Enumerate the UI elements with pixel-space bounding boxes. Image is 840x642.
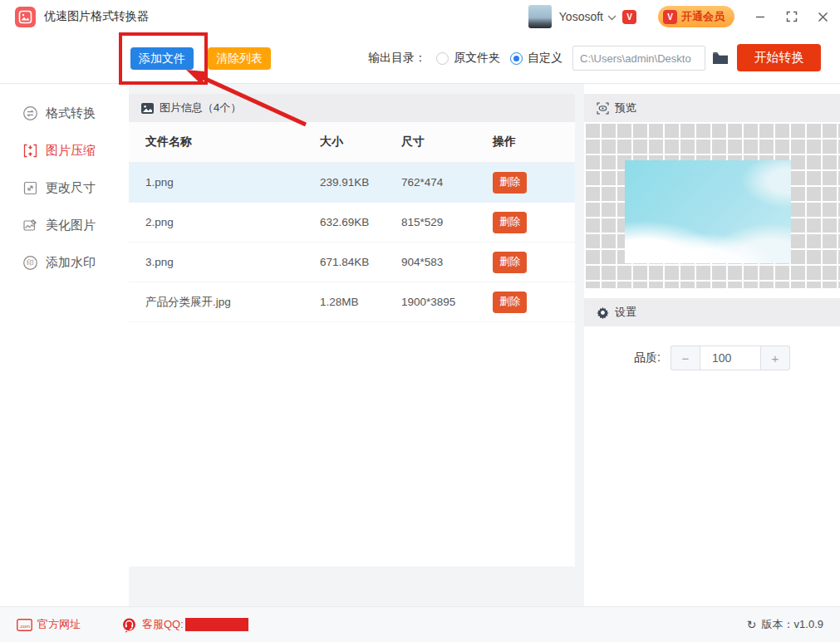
sidebar-item-label: 美化图片 xyxy=(46,218,96,233)
headset-icon xyxy=(121,617,137,633)
table-row[interactable]: 2.png 632.69KB 815*529 删除 xyxy=(129,203,575,243)
transparency-checkerboard xyxy=(584,122,840,288)
file-size-cell: 1.28MB xyxy=(320,296,401,308)
website-com-icon: .com xyxy=(17,619,32,631)
quality-minus-button[interactable]: − xyxy=(671,346,700,370)
file-dimensions-cell: 762*474 xyxy=(401,176,493,189)
picture-info-icon xyxy=(141,103,154,114)
sidebar-item-label: 格式转换 xyxy=(46,105,96,121)
quality-plus-button[interactable]: + xyxy=(761,346,790,370)
add-files-button[interactable]: 添加文件 xyxy=(130,47,194,70)
table-header-row: 文件名称 大小 尺寸 操作 xyxy=(129,122,575,163)
settings-section-header: 设置 xyxy=(584,298,840,326)
resize-icon xyxy=(22,180,38,196)
qq-label: 客服QQ: xyxy=(142,617,184,632)
file-size-cell: 239.91KB xyxy=(320,176,401,189)
file-name-cell: 1.png xyxy=(129,176,320,189)
svg-text:.com: .com xyxy=(19,624,30,629)
file-name-cell: 3.png xyxy=(129,256,320,268)
sidebar-item-watermark[interactable]: 印 添加水印 xyxy=(0,244,129,282)
sidebar: 格式转换 图片压缩 更改尺寸 美化图片 印 添加水印 xyxy=(0,84,129,606)
col-header-dimensions: 尺寸 xyxy=(401,135,493,149)
file-dimensions-cell: 904*583 xyxy=(401,256,493,268)
col-header-size: 大小 xyxy=(320,135,401,149)
start-convert-button[interactable]: 开始转换 xyxy=(737,44,821,71)
quality-label: 品质: xyxy=(634,350,661,365)
radio-original-folder[interactable] xyxy=(436,52,449,65)
image-compress-icon xyxy=(22,143,38,159)
file-table-card: 图片信息（4个） 文件名称 大小 尺寸 操作 1.png 239.91KB 76… xyxy=(129,94,575,566)
radio-custom-label[interactable]: 自定义 xyxy=(528,51,562,66)
sidebar-item-resize[interactable]: 更改尺寸 xyxy=(0,169,129,207)
radio-original-label[interactable]: 原文件夹 xyxy=(454,51,500,66)
preview-section-title: 预览 xyxy=(615,100,636,115)
vip-pill-icon: V xyxy=(663,10,677,24)
right-panel: 预览 设置 品质: − + xyxy=(584,84,840,606)
sidebar-item-label: 添加水印 xyxy=(46,255,96,271)
file-size-cell: 632.69KB xyxy=(320,216,401,228)
output-dir-label: 输出目录： xyxy=(368,51,426,66)
official-site-link[interactable]: .com 官方网址 xyxy=(17,617,81,632)
radio-custom-folder[interactable] xyxy=(510,52,523,65)
version-label: 版本：v1.0.9 xyxy=(762,617,823,632)
format-convert-icon xyxy=(22,105,38,121)
account-name[interactable]: Yososoft xyxy=(559,10,603,23)
svg-text:印: 印 xyxy=(27,258,34,267)
output-dir-group: 输出目录： 原文件夹 自定义 xyxy=(368,43,729,73)
maximize-button[interactable] xyxy=(786,11,798,22)
watermark-icon: 印 xyxy=(22,255,38,271)
table-row[interactable]: 产品分类展开.jpg 1.28MB 1900*3895 删除 xyxy=(129,282,575,322)
minimize-button[interactable] xyxy=(754,11,766,22)
browse-folder-icon[interactable] xyxy=(712,51,729,65)
file-dimensions-cell: 1900*3895 xyxy=(401,296,493,308)
output-path-input[interactable] xyxy=(572,46,705,71)
file-name-cell: 2.png xyxy=(129,216,320,228)
delete-button[interactable]: 删除 xyxy=(493,172,527,194)
file-dimensions-cell: 815*529 xyxy=(401,216,493,228)
sidebar-item-beautify[interactable]: 美化图片 xyxy=(0,207,129,244)
table-section-header: 图片信息（4个） xyxy=(129,94,575,122)
vip-badge-icon: V xyxy=(622,10,636,24)
sidebar-item-image-compress[interactable]: 图片压缩 xyxy=(0,132,129,169)
table-row[interactable]: 3.png 671.84KB 904*583 删除 xyxy=(129,243,575,282)
close-button[interactable] xyxy=(818,12,828,22)
file-name-cell: 产品分类展开.jpg xyxy=(129,295,320,310)
quality-stepper: − + xyxy=(671,346,790,370)
col-header-action: 操作 xyxy=(493,135,575,149)
app-logo-icon xyxy=(15,7,36,27)
vip-pill-label: 开通会员 xyxy=(681,9,725,24)
app-title: 优速图片格式转换器 xyxy=(44,9,149,24)
delete-button[interactable]: 删除 xyxy=(493,212,527,233)
footer: .com 官方网址 客服QQ: ↻ 版本：v1.0.9 xyxy=(0,606,840,642)
qq-number-redacted xyxy=(185,618,248,631)
preview-image xyxy=(625,160,791,263)
table-row[interactable]: 1.png 239.91KB 762*474 删除 xyxy=(129,163,575,203)
delete-button[interactable]: 删除 xyxy=(493,252,527,273)
version-check[interactable]: ↻ 版本：v1.0.9 xyxy=(747,617,823,632)
quality-setting-row: 品质: − + xyxy=(584,346,840,370)
sidebar-item-label: 图片压缩 xyxy=(46,143,96,159)
preview-section-header: 预览 xyxy=(584,94,840,122)
quality-input[interactable] xyxy=(700,346,761,370)
file-size-cell: 671.84KB xyxy=(320,256,401,268)
clear-list-button[interactable]: 清除列表 xyxy=(208,47,271,70)
delete-button[interactable]: 删除 xyxy=(493,292,527,313)
gear-icon xyxy=(597,306,609,319)
sidebar-item-label: 更改尺寸 xyxy=(46,180,96,196)
table-section-title: 图片信息（4个） xyxy=(160,100,241,115)
official-site-label: 官方网址 xyxy=(37,617,81,632)
refresh-icon: ↻ xyxy=(747,618,757,631)
open-vip-button[interactable]: V 开通会员 xyxy=(658,6,734,27)
user-avatar[interactable] xyxy=(528,5,552,28)
chevron-down-icon[interactable] xyxy=(607,9,616,24)
titlebar: 优速图片格式转换器 Yososoft V V 开通会员 xyxy=(0,0,840,33)
col-header-name: 文件名称 xyxy=(129,135,320,149)
qq-support-link[interactable]: 客服QQ: xyxy=(121,617,248,633)
settings-section-title: 设置 xyxy=(615,305,636,320)
sidebar-item-format-convert[interactable]: 格式转换 xyxy=(0,95,129,132)
beautify-image-icon xyxy=(22,218,38,233)
preview-eye-icon xyxy=(597,102,609,115)
